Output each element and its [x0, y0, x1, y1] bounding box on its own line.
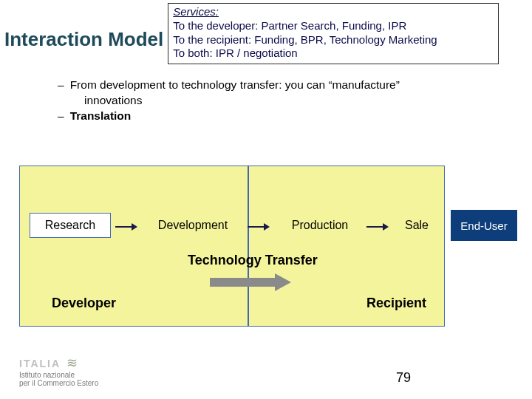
- node-development: Development: [145, 213, 241, 238]
- page-number: 79: [396, 370, 411, 386]
- services-box: Services: To the developer: Partner Sear…: [168, 3, 499, 64]
- bullet-list: –From development to technology transfer…: [58, 78, 532, 124]
- big-arrow-icon: [210, 273, 291, 291]
- svg-marker-3: [264, 223, 270, 231]
- bullet-1-cont: innovations: [58, 93, 532, 109]
- node-end-user: End-User: [451, 210, 517, 241]
- node-research: Research: [30, 213, 111, 238]
- svg-marker-1: [132, 223, 137, 231]
- node-production: Production: [278, 213, 362, 238]
- process-diagram: Research Development Production Sale End…: [19, 166, 513, 327]
- slide-title: Interaction Model: [4, 3, 163, 51]
- logo-sub2: per il Commercio Estero: [19, 379, 98, 387]
- services-heading: Services:: [173, 5, 494, 19]
- svg-rect-6: [210, 278, 275, 287]
- recipient-label: Recipient: [366, 296, 426, 311]
- node-sale: Sale: [395, 213, 439, 238]
- bullet-1: –From development to technology transfer…: [58, 78, 532, 93]
- svg-marker-5: [383, 223, 389, 231]
- arrow-icon: [248, 221, 270, 230]
- logo-sub1: Istituto nazionale: [19, 371, 75, 379]
- bullet-2: –Translation: [58, 109, 532, 124]
- services-line-2: To the recipient: Funding, BPR, Technolo…: [173, 33, 494, 47]
- developer-label: Developer: [52, 296, 116, 311]
- services-line-3: To both: IPR / negotiation: [173, 47, 494, 61]
- logo-icon: ≋: [66, 355, 78, 370]
- svg-marker-7: [275, 273, 291, 291]
- services-line-1: To the developer: Partner Search, Fundin…: [173, 19, 494, 33]
- logo-brand: ITALIA: [19, 358, 61, 369]
- arrow-icon: [115, 221, 137, 230]
- arrow-icon: [366, 221, 389, 230]
- footer-logo: ITALIA≋ Istituto nazionale per il Commer…: [19, 356, 98, 387]
- tech-transfer-label: Technology Transfer: [188, 253, 318, 268]
